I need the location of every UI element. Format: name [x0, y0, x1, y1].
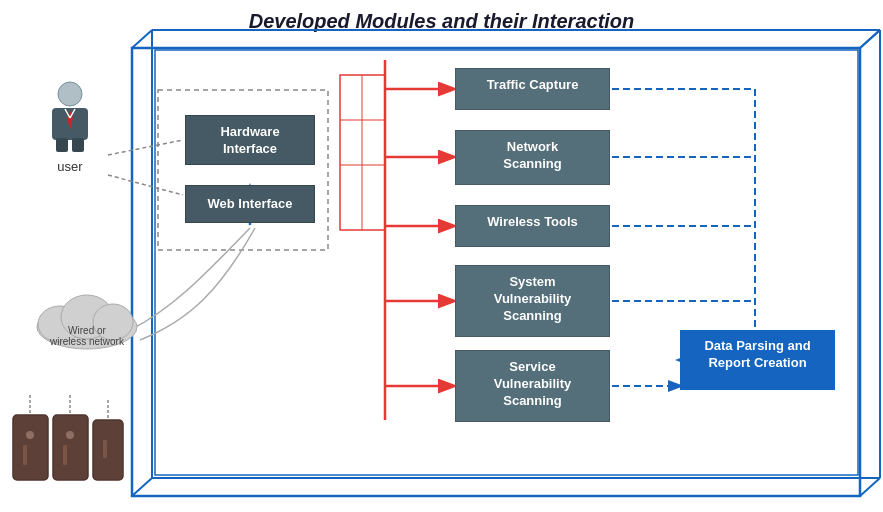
- cloud-section: Wired or wireless network: [30, 282, 145, 352]
- svg-rect-45: [13, 415, 48, 480]
- svg-text:wireless network: wireless network: [49, 336, 125, 347]
- diagram-container: Developed Modules and their Interaction: [0, 0, 883, 512]
- web-interface-box: Web Interface: [185, 185, 315, 223]
- diagram-svg: [0, 0, 883, 512]
- svg-line-4: [860, 30, 880, 48]
- user-section: user: [40, 80, 100, 174]
- hardware-interface-box: HardwareInterface: [185, 115, 315, 165]
- svg-line-1: [132, 30, 152, 48]
- service-vulnerability-box: ServiceVulnerabilityScanning: [455, 350, 610, 422]
- svg-line-5: [860, 478, 880, 496]
- svg-rect-52: [103, 440, 107, 458]
- system-vulnerability-box: SystemVulnerabilityScanning: [455, 265, 610, 337]
- user-label: user: [57, 159, 82, 174]
- svg-point-48: [26, 431, 34, 439]
- svg-line-7: [132, 478, 152, 496]
- svg-text:Wired or: Wired or: [68, 325, 106, 336]
- svg-rect-46: [53, 415, 88, 480]
- server-icon: [8, 395, 128, 490]
- svg-point-49: [66, 431, 74, 439]
- svg-rect-38: [72, 138, 84, 152]
- svg-rect-51: [63, 445, 67, 465]
- svg-rect-11: [158, 90, 328, 250]
- traffic-capture-box: Traffic Capture: [455, 68, 610, 110]
- user-icon: [40, 80, 100, 155]
- network-scanning-box: NetworkScanning: [455, 130, 610, 185]
- wireless-tools-box: Wireless Tools: [455, 205, 610, 247]
- svg-rect-37: [56, 138, 68, 152]
- svg-line-26: [108, 140, 183, 155]
- svg-line-27: [108, 175, 183, 195]
- network-device: [8, 395, 128, 494]
- svg-rect-50: [23, 445, 27, 465]
- svg-line-2: [860, 30, 880, 48]
- svg-rect-47: [93, 420, 123, 480]
- svg-rect-28: [340, 75, 385, 230]
- svg-point-32: [58, 82, 82, 106]
- diagram-title: Developed Modules and their Interaction: [249, 10, 635, 33]
- data-parsing-box: Data Parsing andReport Creation: [680, 330, 835, 390]
- cloud-icon: Wired or wireless network: [30, 282, 145, 352]
